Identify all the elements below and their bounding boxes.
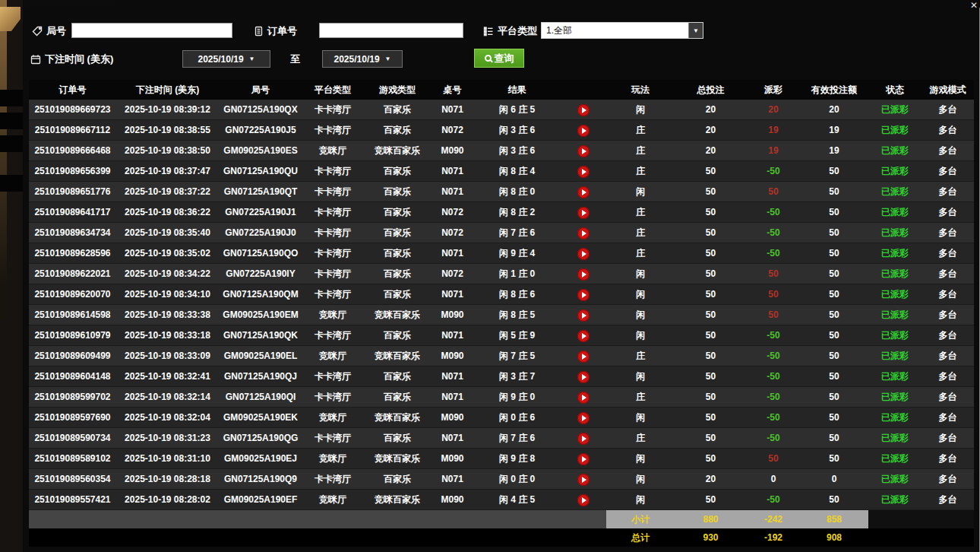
table-row[interactable]: 2510190896517762025-10-19 08:37:22GN0712… bbox=[29, 182, 974, 202]
play-icon[interactable] bbox=[577, 433, 590, 445]
cell-status: 已派彩 bbox=[868, 243, 922, 263]
play-icon[interactable] bbox=[577, 166, 590, 178]
cell-valid-bet: 50 bbox=[800, 346, 868, 366]
play-icon[interactable] bbox=[577, 412, 590, 424]
table-row[interactable]: 2510190896094992025-10-19 08:33:09GM0902… bbox=[29, 346, 974, 366]
table-row[interactable]: 2510190896664682025-10-19 08:38:50GM0902… bbox=[29, 141, 974, 161]
table-row[interactable]: 2510190896347342025-10-19 08:35:40GN0722… bbox=[29, 223, 974, 243]
column-header-3: 平台类型 bbox=[302, 80, 363, 100]
table-row[interactable]: 2510190896671122025-10-19 08:38:55GN0722… bbox=[29, 120, 974, 141]
table-row[interactable]: 2510190896145982025-10-19 08:33:38GM0902… bbox=[29, 305, 974, 325]
cell-game-mode: 多台 bbox=[922, 141, 974, 160]
cell-status: 已派彩 bbox=[868, 202, 922, 222]
play-icon[interactable] bbox=[577, 351, 590, 363]
table-row[interactable]: 2510190895997022025-10-19 08:32:14GN0712… bbox=[29, 387, 974, 408]
date-to-button[interactable]: 2025/10/19 ▼ bbox=[322, 50, 403, 68]
table-row[interactable]: 2510190896417172025-10-19 08:36:22GN0722… bbox=[29, 202, 974, 223]
table-row[interactable]: 2510190896041482025-10-19 08:32:41GN0712… bbox=[29, 366, 974, 387]
table-row[interactable]: 2510190896697232025-10-19 08:39:12GN0712… bbox=[29, 100, 974, 120]
cell-total-bet: 50 bbox=[675, 428, 747, 448]
cell-play-type: 庄 bbox=[606, 243, 675, 263]
cell-order-no: 251019089656399 bbox=[29, 161, 116, 181]
cell-status: 已派彩 bbox=[868, 449, 922, 468]
table-row[interactable]: 2510190896200702025-10-19 08:34:10GN0712… bbox=[29, 284, 974, 305]
cell-table-no: M090 bbox=[432, 449, 473, 468]
cell-status: 已派彩 bbox=[868, 223, 922, 243]
cell-status: 已派彩 bbox=[868, 100, 922, 119]
table-row[interactable]: 2510190895907342025-10-19 08:31:23GN0712… bbox=[29, 428, 974, 449]
background-bar bbox=[0, 135, 23, 152]
subtotal-spacer bbox=[561, 510, 606, 528]
cell-result: 闲 8 庄 6 bbox=[473, 284, 561, 304]
cell-result: 闲 3 庄 6 bbox=[473, 120, 561, 140]
cell-bet-time: 2025-10-19 08:35:40 bbox=[116, 223, 219, 243]
cell-play-type: 闲 bbox=[606, 490, 675, 509]
table-row[interactable]: 2510190896109792025-10-19 08:33:18GN0712… bbox=[29, 325, 974, 346]
platform-type-select[interactable]: 1.全部 ▼ bbox=[541, 22, 703, 39]
cell-game-type: 百家乐 bbox=[363, 284, 432, 304]
play-icon[interactable] bbox=[577, 125, 590, 137]
play-triangle bbox=[582, 148, 586, 154]
play-icon[interactable] bbox=[577, 330, 590, 342]
date-from-button[interactable]: 2025/10/19 ▼ bbox=[182, 50, 270, 68]
cell-platform-type: 卡卡湾厅 bbox=[302, 469, 363, 489]
cell-order-no: 251019089597690 bbox=[29, 408, 116, 427]
cell-replay bbox=[561, 490, 606, 509]
chevron-down-icon: ▼ bbox=[385, 56, 391, 62]
cell-game-type: 百家乐 bbox=[363, 428, 432, 448]
cell-valid-bet: 0 bbox=[800, 469, 868, 489]
cell-payout: 50 bbox=[747, 182, 800, 201]
play-icon[interactable] bbox=[577, 207, 590, 219]
cell-game-type: 百家乐 bbox=[363, 469, 432, 489]
cell-table-no: N072 bbox=[432, 202, 473, 222]
cell-replay bbox=[561, 161, 606, 181]
play-icon[interactable] bbox=[577, 494, 590, 506]
play-icon[interactable] bbox=[577, 309, 590, 322]
cell-platform-type: 竞咪厅 bbox=[302, 490, 363, 509]
cell-result: 闲 0 庄 0 bbox=[473, 469, 561, 489]
play-icon[interactable] bbox=[577, 186, 590, 198]
table-row[interactable]: 2510190896220212025-10-19 08:34:22GN0722… bbox=[29, 264, 974, 284]
cell-play-type: 闲 bbox=[606, 366, 675, 386]
cell-play-type: 闲 bbox=[606, 284, 675, 304]
close-icon[interactable]: ✕ bbox=[970, 1, 978, 10]
column-header-11: 有效投注额 bbox=[800, 80, 868, 100]
play-icon[interactable] bbox=[577, 474, 590, 486]
cell-total-bet: 50 bbox=[675, 284, 747, 304]
cell-replay bbox=[561, 100, 606, 119]
cell-payout: -50 bbox=[747, 366, 800, 386]
cell-platform-type: 卡卡湾厅 bbox=[302, 223, 363, 243]
table-row[interactable]: 2510190895976902025-10-19 08:32:04GM0902… bbox=[29, 408, 974, 428]
cell-bet-time: 2025-10-19 08:31:23 bbox=[116, 428, 219, 448]
cell-result: 闲 9 庄 4 bbox=[473, 243, 561, 263]
play-icon[interactable] bbox=[577, 289, 590, 301]
cell-bet-time: 2025-10-19 08:36:22 bbox=[116, 202, 219, 222]
play-icon[interactable] bbox=[577, 104, 590, 116]
play-icon[interactable] bbox=[577, 227, 590, 240]
table-row[interactable]: 2510190895574212025-10-19 08:28:02GM0902… bbox=[29, 490, 974, 510]
subtotal-payout: -242 bbox=[747, 510, 800, 528]
cell-status: 已派彩 bbox=[868, 305, 922, 325]
table-row[interactable]: 2510190896285962025-10-19 08:35:02GN0712… bbox=[29, 243, 974, 264]
cell-result: 闲 6 庄 5 bbox=[473, 100, 561, 119]
table-row[interactable]: 2510190896563992025-10-19 08:37:47GN0712… bbox=[29, 161, 974, 182]
table-row[interactable]: 2510190895891022025-10-19 08:31:10GM0902… bbox=[29, 449, 974, 469]
play-icon[interactable] bbox=[577, 268, 590, 281]
cell-order-no: 251019089590734 bbox=[29, 428, 116, 448]
play-icon[interactable] bbox=[577, 453, 590, 465]
cell-valid-bet: 20 bbox=[800, 100, 868, 119]
cell-game-mode: 多台 bbox=[922, 243, 974, 263]
order-no-input[interactable] bbox=[319, 23, 463, 38]
list-icon bbox=[483, 26, 494, 36]
play-icon[interactable] bbox=[577, 371, 590, 383]
play-icon[interactable] bbox=[577, 392, 590, 404]
cell-platform-type: 竞咪厅 bbox=[302, 408, 363, 427]
table-row[interactable]: 2510190895603542025-10-19 08:28:18GN0712… bbox=[29, 469, 974, 490]
chevron-down-icon[interactable]: ▼ bbox=[688, 23, 703, 38]
play-icon[interactable] bbox=[577, 145, 590, 157]
game-no-input[interactable] bbox=[71, 23, 232, 38]
query-button[interactable]: 查询 bbox=[474, 49, 524, 68]
play-icon[interactable] bbox=[577, 248, 590, 260]
cell-play-type: 庄 bbox=[606, 120, 675, 140]
cell-platform-type: 卡卡湾厅 bbox=[302, 100, 363, 119]
